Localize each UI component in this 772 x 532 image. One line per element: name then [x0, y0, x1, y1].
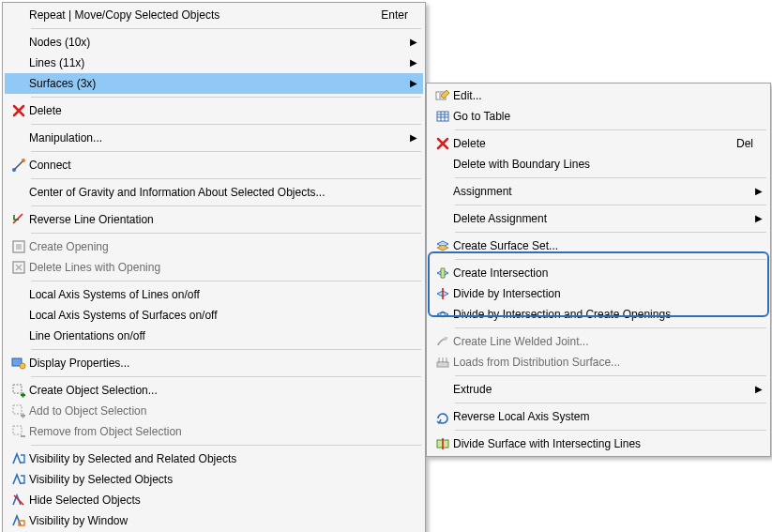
- shortcut: Enter: [381, 8, 408, 22]
- menu-edit[interactable]: Edit...: [429, 85, 768, 106]
- menu-manipulation[interactable]: Manipulation... ▶: [5, 128, 423, 148]
- menu-lines[interactable]: Lines (11x) ▶: [5, 53, 423, 73]
- menu-label: Extrude: [453, 383, 751, 396]
- menu-local-axis-lines[interactable]: Local Axis Systems of Lines on/off: [5, 284, 423, 305]
- menu-label: Create Object Selection...: [29, 384, 417, 397]
- menu-label: Divide by Intersection and Create Openin…: [453, 308, 763, 321]
- menu-label: Surfaces (3x): [29, 77, 406, 90]
- menu-label: Go to Table: [453, 110, 763, 123]
- menu-center-of-gravity[interactable]: Center of Gravity and Information About …: [5, 182, 423, 203]
- intersection-icon: [432, 266, 453, 281]
- menu-extrude[interactable]: Extrude ▶: [429, 379, 768, 400]
- surface-set-icon: [432, 238, 453, 253]
- menu-label: Center of Gravity and Information About …: [29, 186, 417, 199]
- divide-intersection-icon: [432, 286, 453, 301]
- menu-label: Divide Surface with Intersecting Lines: [453, 437, 763, 450]
- menu-divide-by-intersection[interactable]: Divide by Intersection: [429, 283, 768, 304]
- submenu-arrow-icon: ▶: [406, 38, 417, 47]
- selection-remove-icon: [8, 424, 29, 439]
- menu-reverse-line-orientation[interactable]: Reverse Line Orientation: [5, 209, 423, 230]
- reverse-line-icon: [8, 212, 29, 227]
- svg-rect-13: [441, 313, 445, 316]
- submenu-arrow-icon: ▶: [406, 79, 417, 88]
- menu-delete[interactable]: Delete: [5, 100, 423, 121]
- divide-openings-icon: [432, 307, 453, 322]
- visibility-icon: [8, 472, 29, 487]
- menu-delete-lines-with-opening: Delete Lines with Opening: [5, 257, 423, 278]
- menu-label: Create Surface Set...: [453, 239, 763, 252]
- display-properties-icon: [8, 356, 29, 371]
- weld-icon: [432, 334, 453, 349]
- separator: [31, 28, 421, 29]
- menu-label: Delete with Boundary Lines: [453, 158, 763, 171]
- separator: [455, 403, 766, 403]
- selection-add-icon: [8, 403, 29, 418]
- menu-visibility-window[interactable]: Visibility by Window: [5, 510, 423, 531]
- opening-icon: [8, 239, 29, 254]
- menu-visibility-selected[interactable]: Visibility by Selected Objects: [5, 469, 423, 490]
- separator: [455, 232, 766, 233]
- separator: [31, 178, 421, 179]
- svg-rect-12: [437, 112, 448, 121]
- menu-label: Connect: [29, 159, 417, 172]
- menu-welded-joint: Create Line Welded Joint...: [429, 331, 768, 352]
- menu-repeat[interactable]: Repeat | Move/Copy Selected Objects Ente…: [5, 5, 423, 25]
- separator: [31, 151, 421, 152]
- separator: [455, 327, 766, 328]
- shortcut: Del: [736, 137, 753, 150]
- menu-label: Assignment: [453, 185, 751, 198]
- menu-create-surface-set[interactable]: Create Surface Set...: [429, 236, 768, 256]
- menu-delete-right[interactable]: Delete Del: [429, 133, 768, 154]
- menu-label: Reverse Local Axis System: [453, 410, 763, 423]
- separator: [31, 124, 421, 125]
- menu-local-axis-surfaces[interactable]: Local Axis Systems of Surfaces on/off: [5, 305, 423, 326]
- table-icon: [432, 109, 453, 124]
- menu-line-orientations[interactable]: Line Orientations on/off: [5, 326, 423, 346]
- menu-label: Display Properties...: [29, 357, 417, 370]
- menu-go-to-table[interactable]: Go to Table: [429, 106, 768, 127]
- menu-assignment[interactable]: Assignment ▶: [429, 181, 768, 202]
- menu-delete-boundary[interactable]: Delete with Boundary Lines: [429, 154, 768, 175]
- separator: [31, 205, 421, 206]
- svg-rect-15: [437, 362, 448, 367]
- svg-rect-7: [13, 385, 22, 393]
- menu-create-object-selection[interactable]: Create Object Selection...: [5, 380, 423, 401]
- menu-label: Visibility by Selected Objects: [29, 473, 417, 486]
- menu-create-intersection[interactable]: Create Intersection: [429, 263, 768, 283]
- menu-reverse-local-axis[interactable]: Reverse Local Axis System: [429, 406, 768, 427]
- menu-label: Nodes (10x): [29, 36, 406, 49]
- separator: [31, 97, 421, 98]
- menu-label: Delete Lines with Opening: [29, 261, 417, 274]
- menu-label: Delete: [29, 104, 417, 117]
- delete-icon: [432, 137, 453, 150]
- menu-visibility-related[interactable]: Visibility by Selected and Related Objec…: [5, 448, 423, 469]
- separator: [31, 349, 421, 350]
- reverse-axis-icon: [432, 409, 453, 424]
- menu-delete-assignment[interactable]: Delete Assignment ▶: [429, 208, 768, 229]
- submenu-arrow-icon: ▶: [751, 385, 763, 394]
- menu-add-to-selection: Add to Object Selection: [5, 401, 423, 421]
- svg-point-14: [444, 337, 447, 341]
- menu-divide-intersection-openings[interactable]: Divide by Intersection and Create Openin…: [429, 304, 768, 325]
- submenu-arrow-icon: ▶: [751, 214, 763, 223]
- separator: [31, 281, 421, 281]
- connect-icon: [8, 158, 29, 173]
- menu-display-properties[interactable]: Display Properties...: [5, 353, 423, 373]
- divide-surface-icon: [432, 436, 453, 451]
- edit-icon: [432, 88, 453, 103]
- menu-hide-selected[interactable]: Hide Selected Objects: [5, 490, 423, 510]
- svg-rect-9: [13, 426, 22, 434]
- separator: [455, 430, 766, 431]
- menu-label: Local Axis Systems of Lines on/off: [29, 288, 417, 301]
- menu-nodes[interactable]: Nodes (10x) ▶: [5, 32, 423, 53]
- menu-label: Create Intersection: [453, 266, 763, 280]
- menu-remove-from-selection: Remove from Object Selection: [5, 421, 423, 442]
- menu-surfaces[interactable]: Surfaces (3x) ▶: [5, 73, 423, 94]
- menu-label: Line Orientations on/off: [29, 329, 417, 342]
- svg-point-6: [20, 363, 25, 369]
- context-menu-right: Edit... Go to Table Delete Del Delete wi…: [426, 83, 771, 457]
- visibility-icon: [8, 451, 29, 466]
- menu-divide-surface-lines[interactable]: Divide Surface with Intersecting Lines: [429, 433, 768, 454]
- menu-label: Edit...: [453, 89, 763, 102]
- menu-connect[interactable]: Connect: [5, 155, 423, 175]
